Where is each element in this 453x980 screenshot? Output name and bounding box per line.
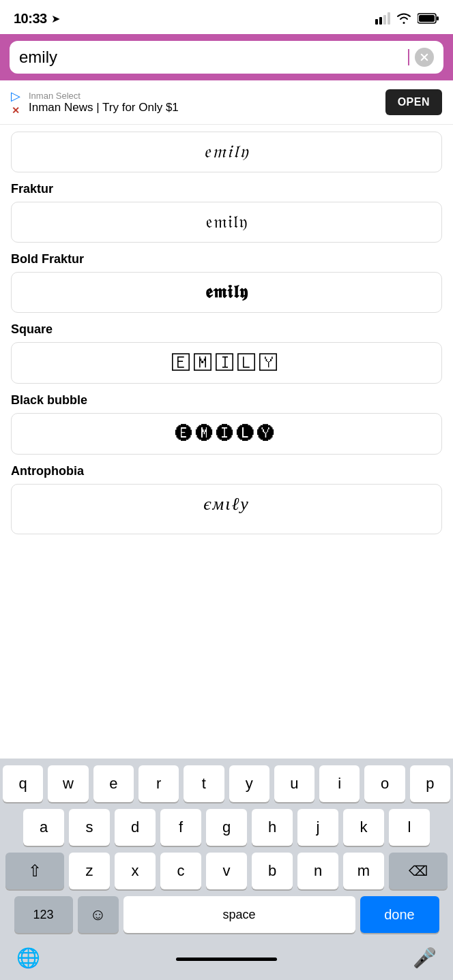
key-g[interactable]: g (206, 809, 247, 846)
search-input-wrapper[interactable]: emily (10, 41, 443, 74)
key-x[interactable]: x (115, 853, 156, 889)
signal-icon (375, 12, 390, 25)
ad-play-icon: ▷ (11, 89, 20, 104)
keyboard-bottom-row: 🌐 🎤 (3, 940, 450, 980)
wifi-icon (396, 12, 412, 25)
key-c[interactable]: c (160, 853, 201, 889)
status-icons (375, 12, 439, 25)
clear-button[interactable] (415, 48, 434, 67)
ad-icon-area: ▷ ✕ (11, 89, 20, 116)
key-q[interactable]: q (3, 765, 43, 802)
key-y[interactable]: y (229, 765, 269, 802)
font-previews-content: 𝔢𝔪𝔦𝔩𝔶 Fraktur 𝔢𝔪𝔦𝔩𝔶 Bold Fraktur 𝖊𝖒𝖎𝖑𝖞 S… (0, 125, 453, 541)
done-key[interactable]: done (360, 896, 439, 933)
location-icon: ➤ (51, 12, 60, 25)
keyboard-row-3: ⇧ z x c v b n m ⌫ (3, 853, 450, 889)
preview-text-0: 𝔢𝔪𝔦𝔩𝔶 (203, 142, 250, 162)
keyboard-row-4: 123 ☺ space done (3, 896, 450, 933)
preview-box-bold-fraktur[interactable]: 𝖊𝖒𝖎𝖑𝖞 (11, 272, 442, 313)
ad-close-icon[interactable]: ✕ (12, 105, 20, 116)
key-s[interactable]: s (69, 809, 110, 846)
svg-rect-0 (375, 19, 378, 25)
preview-text-fraktur: 𝔢𝔪𝔦𝔩𝔶 (205, 212, 248, 232)
delete-key[interactable]: ⌫ (389, 853, 448, 889)
microphone-icon[interactable]: 🎤 (413, 947, 437, 969)
status-time: 10:33 (14, 11, 47, 27)
ad-banner: ▷ ✕ Inman Select Inman News | Try for On… (0, 80, 453, 125)
home-indicator (176, 958, 277, 961)
svg-rect-2 (383, 15, 386, 25)
preview-box-antrophobia[interactable]: ємιℓу (11, 484, 442, 534)
space-key[interactable]: space (123, 896, 355, 933)
status-bar: 10:33 ➤ (0, 0, 453, 34)
svg-rect-6 (419, 15, 435, 22)
preview-text-bubble: 🅔🅜🅘🅛🅨 (175, 423, 278, 444)
key-j[interactable]: j (297, 809, 338, 846)
section-label-bold-fraktur: Bold Fraktur (11, 252, 442, 266)
key-v[interactable]: v (206, 853, 247, 889)
keyboard-row-2: a s d f g h j k l (3, 809, 450, 846)
preview-text-antrophobia: ємιℓу (203, 494, 250, 514)
emoji-key[interactable]: ☺ (78, 896, 119, 933)
key-f[interactable]: f (160, 809, 201, 846)
key-p[interactable]: p (410, 765, 450, 802)
keyboard-row-1: q w e r t y u i o p (3, 765, 450, 802)
preview-box-bubble[interactable]: 🅔🅜🅘🅛🅨 (11, 413, 442, 455)
text-cursor (408, 49, 409, 65)
svg-rect-1 (379, 17, 382, 25)
svg-rect-5 (437, 16, 439, 20)
svg-rect-3 (388, 12, 390, 25)
preview-box-0[interactable]: 𝔢𝔪𝔦𝔩𝔶 (11, 132, 442, 172)
preview-box-fraktur[interactable]: 𝔢𝔪𝔦𝔩𝔶 (11, 202, 442, 243)
key-w[interactable]: w (48, 765, 88, 802)
key-e[interactable]: e (93, 765, 134, 802)
key-d[interactable]: d (115, 809, 156, 846)
key-a[interactable]: a (23, 809, 64, 846)
key-t[interactable]: t (184, 765, 224, 802)
key-n[interactable]: n (297, 853, 338, 889)
ad-open-button[interactable]: OPEN (385, 89, 442, 115)
numbers-key[interactable]: 123 (14, 896, 73, 933)
keyboard: q w e r t y u i o p a s d f g h j k l ⇧ … (0, 759, 453, 980)
section-label-bubble: Black bubble (11, 393, 442, 408)
preview-box-square[interactable]: 🄴🄼🄸🄻🅈 (11, 342, 442, 384)
preview-text-square: 🄴🄼🄸🄻🅈 (172, 352, 281, 373)
preview-text-bold-fraktur: 𝖊𝖒𝖎𝖑𝖞 (205, 282, 248, 302)
key-u[interactable]: u (274, 765, 315, 802)
search-input-text[interactable]: emily (19, 48, 402, 67)
key-l[interactable]: l (389, 809, 430, 846)
ad-select-label: Inman Select (29, 91, 377, 101)
search-bar: emily (0, 34, 453, 80)
key-k[interactable]: k (343, 809, 384, 846)
key-b[interactable]: b (252, 853, 293, 889)
section-label-antrophobia: Antrophobia (11, 464, 442, 478)
ad-text-area: Inman Select Inman News | Try for Only $… (29, 91, 377, 114)
ad-title: Inman News | Try for Only $1 (29, 101, 377, 114)
section-label-fraktur: Fraktur (11, 182, 442, 196)
key-m[interactable]: m (343, 853, 384, 889)
shift-key[interactable]: ⇧ (5, 853, 64, 889)
globe-icon[interactable]: 🌐 (16, 947, 40, 969)
key-h[interactable]: h (252, 809, 293, 846)
key-o[interactable]: o (364, 765, 405, 802)
key-r[interactable]: r (138, 765, 179, 802)
key-i[interactable]: i (319, 765, 360, 802)
key-z[interactable]: z (69, 853, 110, 889)
battery-icon (418, 12, 439, 25)
section-label-square: Square (11, 322, 442, 337)
